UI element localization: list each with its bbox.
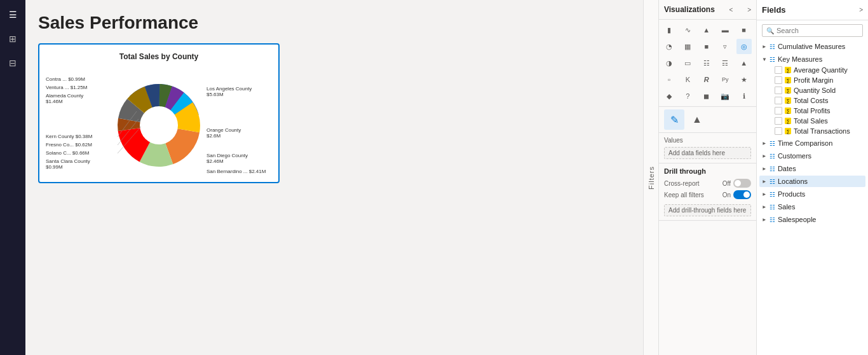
viz-shape-icon[interactable]: ◼ [699,88,714,104]
cross-report-row: Cross-report Off [664,179,751,188]
add-drill-fields-button[interactable]: Add drill-through fields here [664,204,751,216]
profit-margin-checkbox[interactable] [775,76,782,84]
add-data-fields-button[interactable]: Add data fields here [664,147,751,159]
donut-chart[interactable]: Kern County $0.38M Fresno Co... $0.62M S… [44,68,273,179]
field-group-sales-header[interactable]: ▼ ☷ Sales [759,201,865,212]
field-item-profit-margin[interactable]: ∑ Profit Margin [772,75,865,85]
time-comparison-chevron: ▼ [761,141,767,146]
field-item-quantity-sold[interactable]: ∑ Quantity Sold [772,85,865,95]
svg-text:San Diego County: San Diego County [207,153,248,158]
field-item-total-sales[interactable]: ∑ Total Sales ⋮ [772,116,865,126]
field-group-time-comparison: ▼ ☷ Time Comparison [759,137,865,149]
field-group-customers-header[interactable]: ▼ ☷ Customers [759,150,865,162]
field-group-locations-header[interactable]: ▼ ☷ Locations [759,176,865,187]
svg-text:Los Angeles County: Los Angeles County [207,86,252,92]
svg-text:Fresno Co... $0.62M: Fresno Co... $0.62M [46,142,92,148]
nav-model-icon[interactable]: ⊟ [3,53,22,73]
keep-filters-track[interactable] [733,190,751,199]
viz-map-icon[interactable]: ▲ [736,55,752,71]
viz-qna-icon[interactable]: ? [680,88,695,104]
viz-donut-icon[interactable]: ◎ [736,39,752,54]
viz-panel-arrow[interactable]: < [729,6,733,13]
cumulative-measures-name: Cumulative Measures [778,43,845,50]
viz-bar-icon[interactable]: ▮ [661,22,677,38]
viz-slicer-icon[interactable]: ▫ [661,72,677,87]
svg-point-0 [140,106,178,144]
field-group-products-header[interactable]: ▼ ☷ Products [759,188,865,200]
field-group-salespeople-header[interactable]: ▼ ☷ Salespeople [759,214,865,225]
viz-line-icon[interactable]: ∿ [680,22,695,38]
total-profits-checkbox[interactable] [775,107,782,115]
viz-card-icon[interactable]: ▭ [680,55,695,71]
viz-panel-right-arrow[interactable]: > [747,6,751,13]
fields-panel-arrow[interactable]: > [859,6,863,13]
svg-text:$0.99M: $0.99M [46,164,63,170]
viz-treemap-icon[interactable]: ▦ [680,39,695,54]
field-group-time-comparison-header[interactable]: ▼ ☷ Time Comparison [759,137,865,149]
field-group-key-measures-header[interactable]: ▼ ☷ Key Measures [759,53,865,65]
nav-report-icon[interactable]: ☰ [3,5,22,24]
quantity-sold-measure-icon: ∑ [785,87,791,94]
viz-pie-icon[interactable]: ◔ [661,39,677,54]
field-item-total-profits[interactable]: ∑ Total Profits [772,106,865,116]
viz-ai-icon[interactable]: ★ [736,72,752,87]
viz-matrix-icon[interactable]: ☶ [717,55,733,71]
sales-name: Sales [778,203,796,211]
average-quantity-label: Average Quantity [794,66,848,74]
viz-image-icon[interactable]: 📷 [717,88,733,104]
viz-table-icon[interactable]: ☷ [699,55,714,71]
viz-gauge-icon[interactable]: ◑ [661,55,677,71]
quantity-sold-checkbox[interactable] [775,87,782,94]
keep-filters-label: Keep all filters [664,191,704,198]
total-profits-measure-icon: ∑ [785,108,791,114]
key-measures-items: ∑ Average Quantity ∑ Profit Margin ∑ Qua… [759,65,865,136]
viz-scatter-icon[interactable]: ■ [736,22,752,38]
viz-kpi-icon[interactable]: K [680,72,695,87]
field-item-total-costs[interactable]: ∑ Total Costs [772,95,865,106]
total-costs-checkbox[interactable] [775,97,782,104]
viz-funnel-icon[interactable]: ▿ [717,39,733,54]
customers-name: Customers [778,152,811,160]
viz-area-icon[interactable]: ▲ [699,22,714,38]
svg-text:Santa Clara County: Santa Clara County [46,158,90,164]
cumulative-measures-table-icon: ☷ [770,43,775,50]
total-costs-label: Total Costs [794,97,828,104]
viz-column-icon[interactable]: ▬ [717,22,733,38]
dates-table-icon: ☷ [770,165,775,172]
viz-py-icon[interactable]: Py [717,72,733,87]
cross-report-track[interactable] [733,179,751,188]
field-group-sales: ▼ ☷ Sales [759,201,865,212]
values-section: Values Add data fields here [659,133,756,164]
viz-analytics-icon[interactable]: ▲ [687,109,707,130]
average-quantity-checkbox[interactable] [775,66,782,74]
nav-data-icon[interactable]: ⊞ [3,29,22,48]
field-group-dates-header[interactable]: ▼ ☷ Dates [759,163,865,174]
fields-search-input[interactable] [776,27,858,34]
locations-name: Locations [778,178,808,185]
field-item-total-transactions[interactable]: ∑ Total Transactions [772,126,865,136]
viz-decomp-icon[interactable]: ◆ [661,88,677,104]
field-item-average-quantity[interactable]: ∑ Average Quantity [772,65,865,75]
total-sales-checkbox[interactable] [775,117,782,125]
fields-list: ▼ ☷ Cumulative Measures ▼ ☷ Key Measures… [757,41,868,355]
drill-through-title: Drill through [664,167,751,175]
viz-text-icon[interactable]: ℹ [736,88,752,104]
fields-search-box[interactable]: 🔍 [762,24,863,37]
field-group-cumulative-measures-header[interactable]: ▼ ☷ Cumulative Measures [759,41,865,52]
filters-tab[interactable]: Filters [643,0,658,355]
viz-paint-icon[interactable]: ✎ [664,109,684,130]
viz-icon-grid-1: ▮ ∿ ▲ ▬ ■ ◔ ▦ ■ ▿ ◎ ◑ ▭ ☷ ☶ ▲ ▫ K R Py ★… [659,20,756,107]
keep-filters-toggle[interactable]: On [722,190,751,199]
total-profits-label: Total Profits [794,107,830,115]
viz-r-icon[interactable]: R [699,72,714,87]
cumulative-measures-chevron: ▼ [761,44,767,49]
quantity-sold-label: Quantity Sold [794,87,836,94]
visualizations-panel: Visualizations < > ▮ ∿ ▲ ▬ ■ ◔ ▦ ■ ▿ ◎ ◑… [658,0,757,355]
total-transactions-checkbox[interactable] [775,127,782,135]
cross-report-toggle[interactable]: Off [722,179,751,188]
viz-waterfall-icon[interactable]: ■ [699,39,714,54]
field-group-key-measures: ▼ ☷ Key Measures ∑ Average Quantity ∑ Pr… [759,53,865,136]
svg-text:Orange County: Orange County [207,127,241,133]
products-table-icon: ☷ [770,191,775,198]
salespeople-chevron: ▼ [761,217,767,222]
